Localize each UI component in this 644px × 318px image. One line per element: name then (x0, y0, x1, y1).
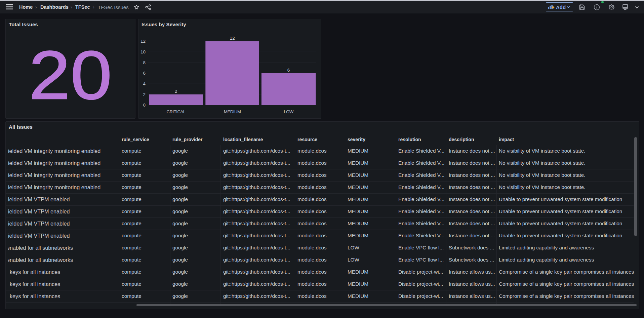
svg-text:0: 0 (143, 103, 146, 108)
svg-text:12: 12 (230, 36, 235, 41)
svg-text:CRITICAL: CRITICAL (166, 109, 185, 114)
svg-text:12: 12 (140, 39, 146, 44)
svg-text:2: 2 (175, 89, 177, 94)
svg-text:2: 2 (143, 92, 146, 97)
svg-text:MEDIUM: MEDIUM (224, 109, 241, 114)
svg-text:LOW: LOW (284, 109, 294, 114)
svg-text:4: 4 (143, 81, 146, 86)
svg-text:10: 10 (140, 49, 146, 54)
svg-text:8: 8 (143, 60, 146, 65)
svg-text:6: 6 (287, 68, 290, 73)
svg-text:6: 6 (143, 71, 146, 76)
